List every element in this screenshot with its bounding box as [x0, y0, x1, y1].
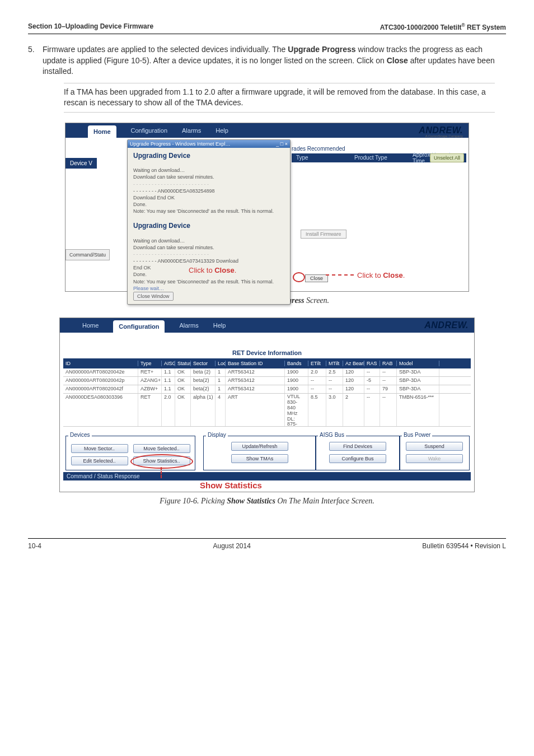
tab-command-status[interactable]: Command/Statu: [65, 249, 110, 260]
command-status-bar: Command / Status Response: [63, 472, 471, 480]
annotation-line: [161, 467, 162, 478]
find-devices-button[interactable]: Find Devices: [329, 442, 386, 451]
dialog-heading: Upgrading Device: [133, 221, 284, 230]
upgrade-progress-dialog: Upgrade Progress - Windows Internet Expl…: [127, 139, 291, 305]
figure-10-6: Home Configuration Alarms Help ANDREW. R…: [59, 318, 475, 492]
table-header: IDTypeAISGStatusSectorLocationBase Stati…: [63, 358, 471, 368]
suspend-button[interactable]: Suspend: [406, 442, 463, 451]
figure-caption: Figure 10-6. Picking Show Statistics On …: [28, 497, 506, 506]
section-title: Section 10–Uploading Device Firmware: [28, 22, 153, 31]
display-group: Display Update/Refresh Show TMAs: [203, 436, 316, 470]
aisg-bus-group: AISG Bus Find Devices Configure Bus: [315, 436, 400, 470]
unselect-all-button[interactable]: Unselect All: [430, 153, 464, 162]
dialog-heading: Upgrading Device: [133, 151, 284, 160]
label-rades-recommended: rades Recommended: [292, 146, 345, 152]
dialog-text: Download End OK: [133, 194, 284, 201]
page-footer: 10-4 August 2014 Bulletin 639544 • Revis…: [28, 538, 506, 550]
dialog-text: - - - - - - - - AN0000DESA083254898: [133, 188, 284, 194]
dialog-text: - - - - - - - - AN0000DESA073413329 Down…: [133, 258, 284, 264]
tab-config[interactable]: Configuration: [113, 320, 165, 333]
dialog-text: Done.: [133, 201, 284, 208]
wake-button[interactable]: Wake: [406, 454, 463, 463]
close-window-button[interactable]: Close Window: [133, 292, 174, 301]
annotation-click-close: Click to Close.: [189, 265, 236, 275]
tab-home[interactable]: Home: [82, 318, 99, 333]
dialog-text: Waiting on download…: [133, 167, 284, 174]
close-button[interactable]: Close: [305, 274, 328, 282]
ret-title: RET Device Information: [60, 349, 474, 356]
page-number: 10-4: [28, 542, 41, 550]
dialog-titlebar: Upgrade Progress - Windows Internet Expl…: [128, 140, 290, 148]
brand-logo: ANDREW.: [424, 320, 469, 330]
table-row[interactable]: AN000000ART08020042pAZANG+1.1OKbeta(2)1A…: [63, 377, 471, 385]
brand-sub: A CommScope Company: [425, 134, 463, 138]
tab-help[interactable]: Help: [213, 318, 226, 333]
edit-selected-button[interactable]: Edit Selected..: [71, 456, 128, 465]
note-box: If a TMA has been upgraded from 1.1 to 2…: [64, 83, 495, 113]
table-row[interactable]: AN0000DESA080303396RET2.0OKalpha (1)4ART…: [63, 394, 471, 427]
table-row[interactable]: AN000000ART08020042eRET+1.1OKbeta (2)1AR…: [63, 368, 471, 377]
system-title: ATC300-1000/2000 Teletilt® RET System: [380, 22, 506, 31]
update-refresh-button[interactable]: Update/Refresh: [231, 442, 288, 451]
dialog-text: Please wait…: [133, 285, 284, 292]
tab-config[interactable]: Configuration: [131, 123, 167, 138]
dialog-text: Note: You may see 'Disconnected' as the …: [133, 208, 284, 214]
show-tmas-button[interactable]: Show TMAs: [231, 454, 288, 463]
step-number: 5.: [28, 44, 40, 55]
figure-10-5: Home Configuration Alarms Help ANDREW. A…: [65, 123, 469, 292]
tab-alarms[interactable]: Alarms: [179, 318, 198, 333]
table-row[interactable]: AN000000ART08020042fAZBW+1.1OKbeta(2)1AR…: [63, 385, 471, 394]
tab-device[interactable]: Device V: [65, 158, 97, 169]
install-firmware-button[interactable]: Install Firmware: [301, 230, 346, 239]
dialog-text: Download can take several minutes.: [133, 244, 284, 251]
tab-help[interactable]: Help: [216, 123, 228, 138]
annotation-show-statistics: Show Statistics: [200, 480, 262, 490]
step-paragraph: Firmware updates are applied to the sele…: [43, 44, 496, 77]
dialog-controls[interactable]: _ □ ×: [276, 141, 288, 147]
close-circle-icon: [293, 272, 305, 282]
dialog-text: Note: You may see 'Disconnected' as the …: [133, 278, 284, 285]
annotation-circle-icon: [130, 454, 193, 469]
tab-home[interactable]: Home: [88, 125, 116, 138]
annotation-click-close: Click to Close.: [326, 271, 405, 279]
footer-date: August 2014: [213, 542, 251, 550]
bus-power-group: Bus Power Suspend Wake: [399, 436, 470, 470]
dialog-text: Download can take several minutes.: [133, 174, 284, 180]
footer-bulletin: Bulletin 639544 • Revision L: [422, 542, 506, 550]
move-selected-button[interactable]: Move Selected..: [133, 444, 190, 453]
tab-alarms[interactable]: Alarms: [182, 123, 201, 138]
dialog-text: Waiting on download…: [133, 237, 284, 244]
move-sector-button[interactable]: Move Sector..: [71, 444, 128, 453]
configure-bus-button[interactable]: Configure Bus: [329, 454, 386, 463]
